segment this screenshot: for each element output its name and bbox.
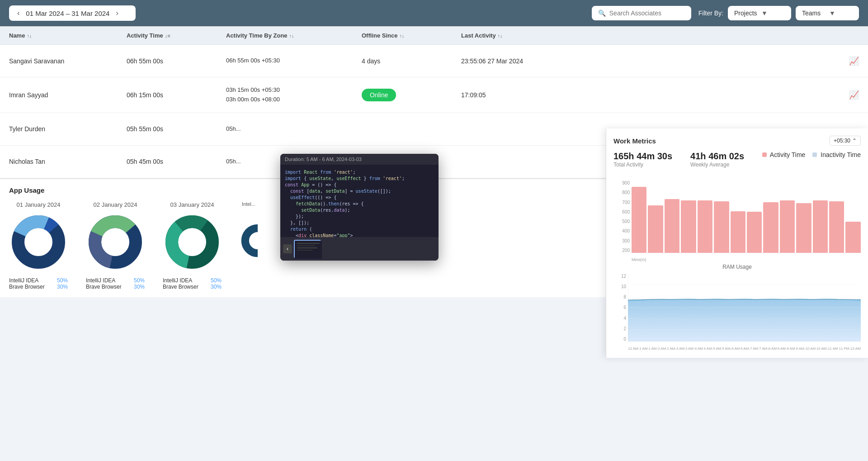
bar-group (796, 181, 811, 253)
wm-weekly-avg: 41h 46m 02s Weekly Average (690, 151, 744, 168)
search-bar[interactable]: 🔍 (592, 6, 691, 20)
col-activity-zone[interactable]: Activity Time By Zone ↑↓ (226, 32, 362, 39)
bar (845, 222, 860, 253)
row-last-activity: 23:55:06 27 Mar 2024 (461, 57, 836, 65)
app-legend: IntelliJ IDEA50% Brave Browser30% (86, 277, 145, 290)
wm-header: Work Metrics +05:30 ⌃ (613, 136, 861, 146)
ram-y-axis: 121086420 (613, 274, 626, 297)
screenshot-prev-btn[interactable]: ‹ (283, 244, 292, 253)
bar (731, 211, 745, 253)
bar (780, 200, 795, 253)
row-online-status: Online (362, 91, 461, 99)
bar-chart (632, 181, 861, 253)
chart-trend-icon[interactable]: 📈 (849, 56, 859, 66)
projects-filter[interactable]: Projects ▼ (728, 6, 791, 20)
row-name: Sangavi Saravanan (9, 57, 127, 65)
wm-total-activity: 165h 44m 30s Total Activity (613, 151, 672, 168)
projects-filter-label: Projects (734, 10, 758, 17)
table-header: Name ↑↓ Activity Time ↓≡ Activity Time B… (0, 27, 868, 45)
legend-activity: Activity Time (762, 151, 806, 158)
bar-group (813, 181, 828, 253)
donut-item: 02 January 2024 IntelliJ IDEA50% Brave B… (86, 201, 145, 290)
row-activity-zone: 03h 15m 00s +05:3003h 00m 00s +08:00 (226, 86, 362, 105)
row-chart-action[interactable]: 📈 (836, 90, 859, 100)
col-offline-since[interactable]: Offline Since ↑↓ (362, 32, 461, 39)
svg-point-13 (251, 234, 258, 247)
row-activity-time: 05h 55m 00s (127, 125, 226, 133)
donut-date: 02 January 2024 (86, 201, 145, 208)
donut-date: Intel... (240, 201, 258, 207)
svg-rect-15 (297, 243, 320, 244)
bar-group (714, 181, 729, 253)
bar-group (681, 181, 696, 253)
teams-filter[interactable]: Teams ▼ (796, 6, 859, 20)
donut-item: 01 January 2024 IntelliJ IDEA50% Brave B… (9, 201, 68, 290)
bar (747, 212, 762, 253)
work-metrics-panel: Work Metrics +05:30 ⌃ 165h 44m 30s Total… (606, 128, 868, 297)
svg-rect-16 (297, 245, 315, 246)
donut-chart (163, 213, 222, 271)
col-last-activity[interactable]: Last Activity ↑↓ (461, 32, 836, 39)
table-row: Sangavi Saravanan 06h 55m 00s 06h 55m 00… (0, 45, 868, 77)
chart-trend-icon[interactable]: 📈 (849, 90, 859, 100)
wm-weekly-avg-label: Weekly Average (690, 162, 744, 168)
row-name: Nicholas Tan (9, 158, 127, 165)
bar (796, 203, 811, 253)
wm-legend: Activity Time Inactivity Time (762, 151, 861, 158)
bar-group (747, 181, 762, 253)
col-offline-since-label: Offline Since (362, 32, 397, 39)
date-range-label: 01 Mar 2024 – 31 Mar 2024 (26, 10, 109, 17)
col-name[interactable]: Name ↑↓ (9, 32, 127, 39)
donut-chart (9, 213, 68, 271)
bar-group (731, 181, 745, 253)
date-range-nav[interactable]: ‹ 01 Mar 2024 – 31 Mar 2024 › (9, 5, 136, 21)
screenshot-nav[interactable]: ‹ (280, 237, 439, 261)
wm-total-activity-value: 165h 44m 30s (613, 151, 672, 162)
screenshot-duration-label: Duration: 5 AM - 6 AM, 2024-03-03 (285, 157, 362, 162)
row-activity-zone: 05h... (226, 124, 362, 134)
row-activity-time: 05h 45m 00s (127, 158, 226, 165)
row-activity-zone: 06h 55m 00s +05:30 (226, 56, 362, 66)
bar (813, 200, 828, 253)
col-name-label: Name (9, 32, 25, 39)
filter-row: Filter By: Projects ▼ Teams ▼ (698, 6, 859, 20)
col-last-activity-label: Last Activity (461, 32, 496, 39)
wm-timezone[interactable]: +05:30 ⌃ (830, 136, 861, 146)
wm-stats: 165h 44m 30s Total Activity 41h 46m 02s … (613, 151, 744, 168)
prev-date-button[interactable]: ‹ (15, 9, 21, 17)
last-activity-sort-icon: ↑↓ (498, 33, 503, 38)
activity-time-sort-icon: ↓≡ (165, 33, 170, 38)
name-sort-icon: ↑↓ (27, 33, 32, 38)
row-offline-since: 4 days (362, 57, 461, 65)
screenshot-overlay: Duration: 5 AM - 6 AM, 2024-03-03 import… (280, 154, 439, 261)
row-chart-action[interactable]: 📈 (836, 56, 859, 66)
activity-zone-sort-icon: ↑↓ (289, 33, 294, 38)
svg-rect-17 (297, 247, 317, 248)
bar (681, 200, 696, 253)
wm-ram-title: RAM Usage (613, 264, 861, 270)
projects-chevron-icon: ▼ (761, 10, 785, 17)
bar-group (780, 181, 795, 253)
inactivity-legend-dot (812, 152, 817, 157)
row-activity-time: 06h 15m 00s (127, 91, 226, 99)
screenshot-thumbnail[interactable] (294, 240, 321, 258)
ram-chart (628, 274, 861, 297)
col-activity-time[interactable]: Activity Time ↓≡ (127, 32, 226, 39)
row-activity-time: 06h 55m 00s (127, 57, 226, 65)
bar-group (845, 181, 860, 253)
search-icon: 🔍 (598, 10, 606, 17)
wm-timezone-value: +05:30 (834, 138, 850, 144)
thumb-image (295, 241, 322, 259)
activity-legend-dot (762, 152, 767, 157)
next-date-button[interactable]: › (114, 9, 120, 17)
bar-group (829, 181, 844, 253)
bar (632, 187, 646, 253)
bar-group (698, 181, 712, 253)
bar (829, 201, 844, 253)
donut-chart (86, 213, 145, 271)
online-badge: Online (362, 89, 396, 101)
ram-svg (628, 274, 861, 297)
svg-point-3 (28, 231, 49, 253)
search-input[interactable] (609, 10, 682, 17)
bar (698, 200, 712, 253)
